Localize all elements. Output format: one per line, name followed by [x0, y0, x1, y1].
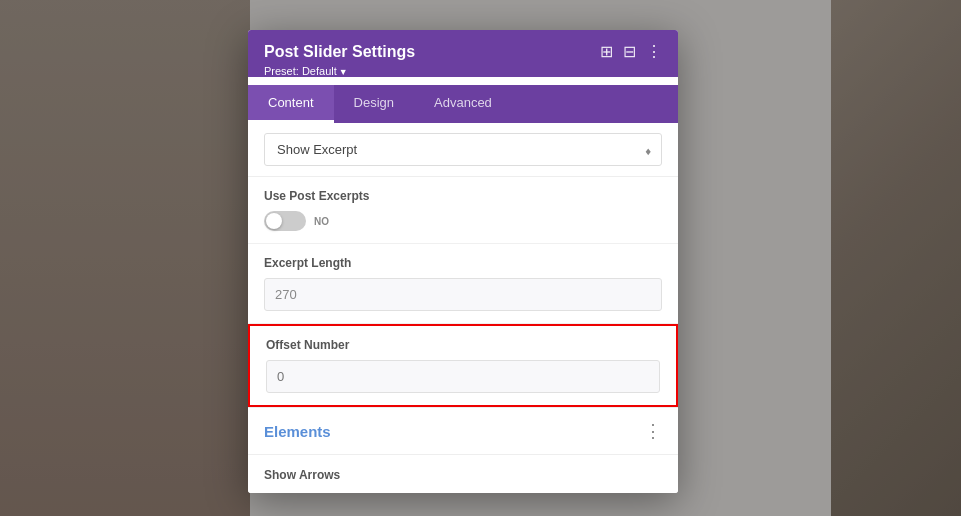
offset-number-input[interactable] [266, 360, 660, 393]
modal-header: Post Slider Settings ⊞ ⊟ ⋮ Preset: Defau… [248, 30, 678, 77]
preset-text: Preset: Default [264, 65, 337, 77]
preset-label[interactable]: Preset: Default▼ [264, 65, 662, 77]
expand-icon[interactable]: ⊞ [600, 42, 613, 61]
excerpt-length-label: Excerpt Length [264, 256, 662, 270]
more-icon[interactable]: ⋮ [646, 42, 662, 61]
toggle-wrapper: NO [264, 211, 662, 231]
modal-header-top: Post Slider Settings ⊞ ⊟ ⋮ [264, 42, 662, 61]
use-post-excerpts-toggle[interactable] [264, 211, 306, 231]
tab-advanced[interactable]: Advanced [414, 85, 512, 123]
show-excerpt-wrapper: Show Excerpt Hide Excerpt Custom ⬧ [264, 133, 662, 166]
modal-body: Show Excerpt Hide Excerpt Custom ⬧ Use P… [248, 123, 678, 493]
tab-content[interactable]: Content [248, 85, 334, 123]
offset-number-label: Offset Number [266, 338, 660, 352]
excerpt-length-row: Excerpt Length [248, 244, 678, 324]
modal-tabs: Content Design Advanced [248, 85, 678, 123]
show-excerpt-select[interactable]: Show Excerpt Hide Excerpt Custom [264, 133, 662, 166]
tab-design[interactable]: Design [334, 85, 414, 123]
show-arrows-row: Show Arrows [248, 454, 678, 493]
use-post-excerpts-label: Use Post Excerpts [264, 189, 662, 203]
toggle-label-text: NO [314, 216, 329, 227]
use-post-excerpts-row: Use Post Excerpts NO [248, 177, 678, 244]
preset-arrow: ▼ [339, 67, 348, 77]
show-arrows-label: Show Arrows [264, 468, 340, 482]
modal-header-icons: ⊞ ⊟ ⋮ [600, 42, 662, 61]
offset-number-section: Offset Number [248, 324, 678, 407]
elements-dots-icon[interactable]: ⋮ [644, 420, 662, 442]
post-slider-settings-modal: Post Slider Settings ⊞ ⊟ ⋮ Preset: Defau… [248, 30, 678, 493]
modal-title: Post Slider Settings [264, 43, 415, 61]
dropdown-row: Show Excerpt Hide Excerpt Custom ⬧ [248, 123, 678, 177]
columns-icon[interactable]: ⊟ [623, 42, 636, 61]
elements-section: Elements ⋮ [248, 407, 678, 454]
excerpt-length-input[interactable] [264, 278, 662, 311]
toggle-knob [266, 213, 282, 229]
elements-title: Elements [264, 423, 331, 440]
